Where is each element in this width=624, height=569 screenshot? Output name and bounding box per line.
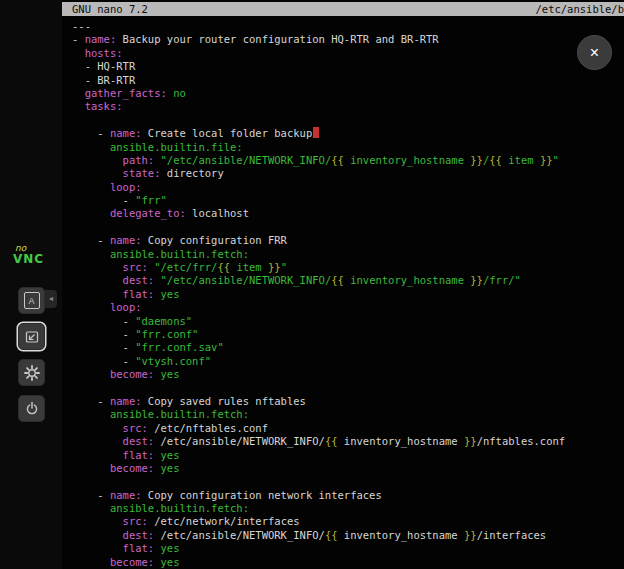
code-line: src: "/etc/frr/{{ item }}": [72, 261, 624, 274]
code-line: dest: "/etc/ansible/NETWORK_INFO/{{ inve…: [72, 274, 624, 287]
code-line: - "frr.conf": [72, 328, 624, 341]
code-line: src: /etc/nftables.conf: [72, 422, 624, 435]
code-line: dest: /etc/ansible/NETWORK_INFO/{{ inven…: [72, 435, 624, 448]
power-button[interactable]: [18, 395, 45, 422]
code-line: - name: Backup your router configuration…: [72, 33, 624, 46]
code-line: loop:: [72, 181, 624, 194]
code-line: flat: yes: [72, 449, 624, 462]
code-line: ansible.builtin.file:: [72, 141, 624, 154]
vnc-screen: no VNC ◂ A: [0, 0, 624, 569]
control-bar-buttons: A: [18, 287, 45, 422]
nano-filename: /etc/ansible/b: [535, 2, 624, 16]
text-cursor: [313, 127, 319, 138]
code-line: gather_facts: no: [72, 87, 624, 100]
code-line: loop:: [72, 301, 624, 314]
fullscreen-button[interactable]: [18, 323, 45, 350]
code-line: flat: yes: [72, 288, 624, 301]
terminal-window[interactable]: GNU nano 7.2 /etc/ansible/b ---- name: B…: [62, 0, 624, 569]
fullscreen-icon: [24, 329, 40, 345]
nano-titlebar: GNU nano 7.2 /etc/ansible/b: [62, 2, 624, 16]
code-line: become: yes: [72, 462, 624, 475]
gear-icon: [23, 364, 41, 382]
code-line: - "vtysh.conf": [72, 355, 624, 368]
code-line: - "frr.conf.sav": [72, 341, 624, 354]
power-icon: [24, 401, 40, 417]
code-line: flat: yes: [72, 542, 624, 555]
code-line: path: "/etc/ansible/NETWORK_INFO/{{ inve…: [72, 154, 624, 167]
close-button[interactable]: ×: [577, 35, 612, 70]
clipboard-icon: A: [24, 292, 40, 309]
code-line: - name: Create local folder backup: [72, 127, 624, 140]
code-line: [72, 221, 624, 234]
collapse-arrow-icon: ◂: [49, 295, 53, 303]
clipboard-button[interactable]: A: [18, 287, 45, 314]
settings-button[interactable]: [18, 359, 45, 386]
code-line: src: /etc/network/interfaces: [72, 515, 624, 528]
control-bar-handle[interactable]: ◂: [45, 290, 57, 308]
code-line: [72, 382, 624, 395]
code-line: tasks:: [72, 100, 624, 113]
code-line: ansible.builtin.fetch:: [72, 408, 624, 421]
code-line: - "daemons": [72, 315, 624, 328]
close-icon: ×: [590, 45, 599, 61]
terminal-body[interactable]: ---- name: Backup your router configurat…: [62, 16, 624, 569]
code-line: delegate_to: localhost: [72, 207, 624, 220]
clipboard-icon-letter: A: [28, 296, 34, 306]
code-line: become: yes: [72, 556, 624, 569]
code-line: dest: /etc/ansible/NETWORK_INFO/{{ inven…: [72, 529, 624, 542]
code-line: hosts:: [72, 47, 624, 60]
code-line: - name: Copy configuration network inter…: [72, 489, 624, 502]
code-line: - name: Copy configuration FRR: [72, 234, 624, 247]
code-line: - name: Copy saved rules nftables: [72, 395, 624, 408]
code-line: [72, 114, 624, 127]
code-line: ---: [72, 20, 624, 33]
logo-text-vnc: VNC: [13, 253, 49, 265]
code-line: state: directory: [72, 167, 624, 180]
novnc-logo: no VNC: [13, 244, 49, 271]
code-line: become: yes: [72, 368, 624, 381]
nano-version: GNU nano 7.2: [72, 3, 148, 15]
code-line: - "frr": [72, 194, 624, 207]
code-line: ansible.builtin.fetch:: [72, 502, 624, 515]
code-line: ansible.builtin.fetch:: [72, 248, 624, 261]
vnc-control-bar: no VNC ◂ A: [0, 0, 62, 569]
code-line: [72, 475, 624, 488]
code-line: - BR-RTR: [72, 74, 624, 87]
code-line: - HQ-RTR: [72, 60, 624, 73]
